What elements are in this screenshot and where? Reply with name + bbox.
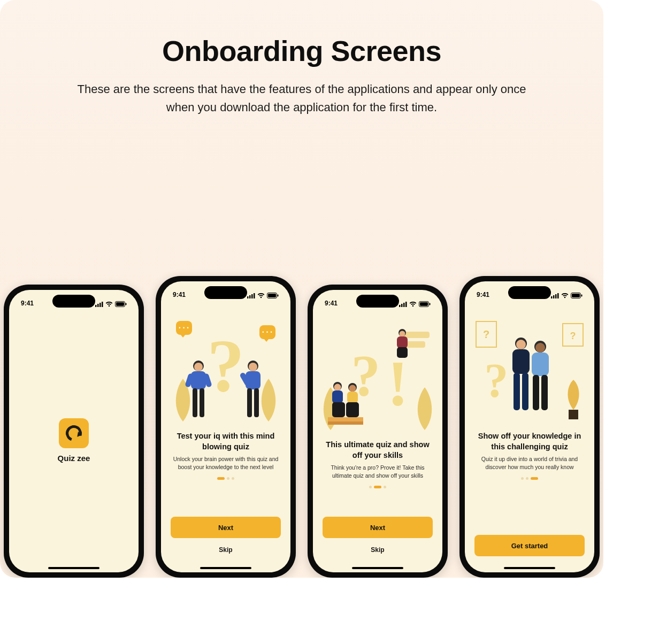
svg-rect-12 — [268, 294, 276, 297]
wifi-icon — [257, 293, 265, 298]
svg-rect-16 — [191, 371, 206, 389]
svg-rect-53 — [572, 294, 580, 297]
screen-ob3: 9:41 ? ? ? — [465, 281, 594, 572]
dot — [526, 477, 528, 480]
svg-rect-13 — [278, 295, 279, 297]
onboarding-title: Show off your knowledge in this challeng… — [465, 429, 594, 452]
status-icons — [399, 301, 431, 307]
battery-icon — [571, 293, 583, 298]
page-dots — [161, 477, 290, 480]
wifi-icon — [105, 302, 113, 307]
svg-rect-46 — [397, 336, 408, 348]
battery-icon — [419, 301, 431, 307]
svg-rect-39 — [332, 402, 345, 417]
page-dots — [465, 477, 594, 480]
home-indicator — [352, 567, 403, 569]
logo-glyph-icon — [63, 423, 85, 444]
battery-icon — [115, 301, 127, 307]
svg-rect-67 — [533, 375, 539, 410]
dynamic-island — [52, 295, 95, 308]
dot-active — [374, 486, 381, 488]
svg-rect-25 — [247, 388, 252, 417]
skip-button[interactable]: Skip — [171, 543, 281, 556]
cellular-icon — [247, 293, 255, 298]
screen-splash: 9:41 Quiz zee — [9, 290, 139, 572]
get-started-button[interactable]: Get started — [474, 535, 585, 556]
home-indicator — [200, 567, 251, 569]
svg-rect-7 — [247, 296, 249, 298]
page-description: These are the screens that have the feat… — [66, 80, 537, 117]
cta-stack: Next Skip — [161, 509, 290, 572]
status-time: 9:41 — [325, 300, 338, 307]
svg-rect-35 — [328, 417, 363, 421]
couple-icon — [497, 333, 562, 424]
svg-rect-5 — [116, 302, 124, 306]
dot — [227, 477, 229, 480]
svg-rect-20 — [200, 388, 204, 417]
svg-rect-8 — [249, 295, 251, 298]
svg-rect-26 — [254, 388, 259, 417]
svg-rect-1 — [97, 304, 99, 307]
svg-rect-3 — [102, 302, 103, 307]
onboarding-subtitle: Quiz it up dive into a world of trivia a… — [465, 452, 594, 471]
svg-rect-29 — [403, 303, 405, 307]
status-icons — [551, 293, 583, 298]
page-title: Onboarding Screens — [0, 0, 603, 67]
svg-point-45 — [400, 331, 405, 337]
svg-rect-54 — [581, 295, 583, 297]
svg-rect-2 — [99, 303, 101, 307]
wall-frame-icon: ? — [476, 321, 497, 348]
battery-icon — [267, 293, 279, 298]
next-button[interactable]: Next — [171, 517, 281, 538]
screen-ob2: 9:41 ? ! — [313, 290, 442, 572]
svg-rect-30 — [405, 302, 407, 307]
svg-rect-28 — [401, 304, 403, 307]
svg-text:?: ? — [483, 328, 489, 340]
svg-rect-51 — [557, 293, 559, 298]
status-time: 9:41 — [21, 300, 34, 307]
svg-rect-43 — [346, 402, 359, 417]
dot — [384, 486, 386, 488]
showcase-card: Onboarding Screens These are the screens… — [0, 0, 603, 578]
cta-stack: Next Skip — [313, 509, 442, 572]
splash-content: Quiz zee — [9, 308, 139, 572]
svg-rect-38 — [332, 390, 343, 403]
status-time: 9:41 — [477, 291, 489, 298]
svg-rect-66 — [532, 352, 549, 376]
page-dots — [313, 486, 442, 488]
svg-rect-32 — [420, 302, 428, 306]
svg-rect-19 — [193, 388, 197, 417]
svg-rect-49 — [553, 295, 555, 298]
person-icon — [239, 358, 267, 423]
onboarding-title: This ultimate quiz and show off your ski… — [313, 438, 442, 461]
people-sitting-icon — [327, 372, 366, 431]
status-time: 9:41 — [173, 291, 186, 298]
svg-rect-47 — [397, 347, 408, 358]
svg-point-65 — [535, 343, 545, 352]
home-indicator — [504, 567, 555, 569]
cta-stack: Get started — [465, 527, 594, 572]
svg-rect-27 — [399, 305, 401, 307]
onboarding-subtitle: Think you're a pro? Prove it! Take this … — [313, 461, 442, 480]
wifi-icon — [409, 302, 417, 307]
leaf-icon — [411, 387, 438, 430]
cellular-icon — [399, 302, 407, 307]
svg-point-15 — [194, 363, 203, 371]
svg-rect-68 — [541, 375, 548, 410]
dot-active — [531, 477, 538, 480]
app-logo — [59, 418, 89, 448]
phone-frame-ob3: 9:41 ? ? ? — [459, 276, 600, 578]
phone-frame-splash: 9:41 Quiz zee — [4, 285, 144, 578]
skip-button[interactable]: Skip — [323, 543, 433, 556]
illustration-ob3: ? ? ? — [470, 313, 589, 426]
svg-rect-69 — [569, 410, 578, 419]
next-button[interactable]: Next — [323, 517, 433, 538]
phone-frame-ob2: 9:41 ? ! — [308, 285, 448, 578]
dynamic-island — [508, 286, 551, 299]
onboarding-title: Test your iq with this mind blowing quiz — [161, 429, 290, 452]
dot-active — [217, 477, 225, 480]
svg-rect-50 — [555, 294, 557, 298]
svg-rect-62 — [514, 373, 520, 410]
svg-rect-6 — [126, 303, 127, 305]
svg-rect-10 — [254, 293, 255, 298]
